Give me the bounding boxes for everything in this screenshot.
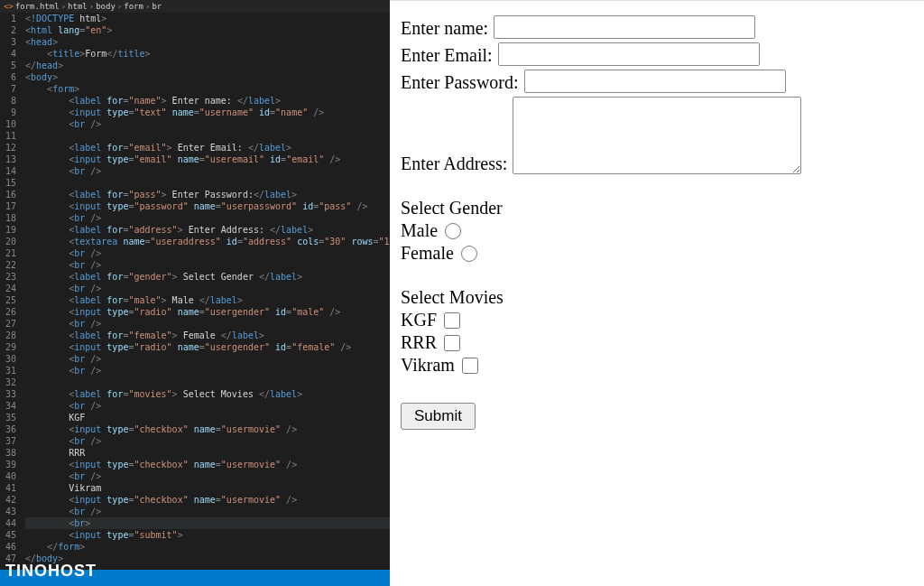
password-input[interactable]	[524, 70, 786, 93]
breadcrumb-part[interactable]: body	[96, 2, 116, 11]
code-editor-panel: <> form.html › html › body › form › br 1…	[0, 0, 390, 586]
movie2-checkbox[interactable]	[444, 335, 460, 351]
breadcrumb-separator: ›	[89, 2, 94, 11]
breadcrumb-file[interactable]: <> form.html	[4, 2, 60, 11]
breadcrumb-separator: ›	[145, 2, 150, 11]
name-label: Enter name:	[401, 18, 488, 39]
movie3-label: Vikram	[401, 355, 455, 376]
female-radio[interactable]	[461, 246, 477, 262]
breadcrumb-file-name: form.html	[15, 2, 60, 11]
address-textarea[interactable]	[513, 97, 801, 174]
movie1-checkbox[interactable]	[444, 312, 460, 329]
movie3-checkbox[interactable]	[462, 358, 478, 374]
email-label: Enter Email:	[401, 45, 493, 66]
gender-label: Select Gender	[401, 198, 913, 219]
movie1-label: KGF	[401, 310, 437, 330]
breadcrumb-part[interactable]: br	[152, 2, 162, 11]
name-input[interactable]	[494, 15, 755, 39]
female-label: Female	[401, 243, 454, 264]
password-label: Enter Password:	[401, 72, 519, 93]
movies-label: Select Movies	[401, 287, 913, 308]
code-content[interactable]: <!DOCTYPE html><html lang="en"><head> <t…	[25, 13, 390, 570]
address-label: Enter Address:	[401, 153, 507, 174]
male-radio[interactable]	[445, 223, 461, 239]
breadcrumb-bar: <> form.html › html › body › form › br	[0, 0, 390, 13]
rendered-form-panel: Enter name: Enter Email: Enter Password:…	[390, 0, 924, 586]
breadcrumb-separator: ›	[61, 2, 66, 11]
code-area[interactable]: 1234567891011121314151617181920212223242…	[0, 13, 390, 570]
breadcrumb-part[interactable]: html	[68, 2, 88, 11]
html-file-icon: <>	[4, 2, 14, 11]
movie2-label: RRR	[401, 332, 437, 353]
line-number-gutter: 1234567891011121314151617181920212223242…	[0, 13, 25, 570]
male-label: Male	[401, 220, 438, 241]
html-form: Enter name: Enter Email: Enter Password:…	[401, 15, 913, 430]
breadcrumb-separator: ›	[117, 2, 122, 11]
submit-button[interactable]	[401, 403, 476, 430]
watermark-logo: TINOHOST	[5, 562, 97, 581]
breadcrumb-part[interactable]: form	[124, 2, 143, 11]
email-input[interactable]	[498, 42, 760, 66]
